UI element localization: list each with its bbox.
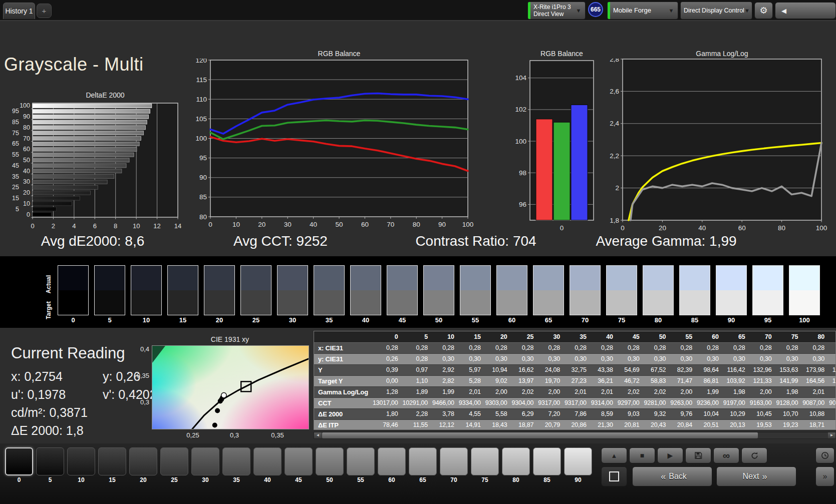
grayscale-swatch-0 bbox=[58, 265, 89, 315]
pattern-patch-button-30[interactable] bbox=[191, 447, 219, 475]
pattern-patch-button-80[interactable] bbox=[502, 447, 530, 475]
svg-text:75: 75 bbox=[12, 130, 19, 137]
meter-dropdown[interactable]: X-Rite i1Pro 3Direct View ▼ bbox=[527, 2, 586, 20]
save-button[interactable] bbox=[685, 447, 711, 463]
svg-text:2: 2 bbox=[52, 222, 55, 230]
play-button[interactable]: ▶ bbox=[657, 447, 683, 463]
pattern-patch-button-0[interactable] bbox=[5, 447, 33, 475]
table-cell: 0,28 bbox=[591, 342, 618, 353]
tab-label: History 1 bbox=[5, 7, 33, 15]
table-cell: 1,97 bbox=[829, 386, 836, 397]
pattern-patch-button-65[interactable] bbox=[409, 447, 437, 475]
continuous-read-button[interactable]: ∞ bbox=[713, 447, 739, 463]
svg-text:2,4: 2,4 bbox=[610, 120, 619, 127]
next-button[interactable]: Next » bbox=[716, 466, 796, 486]
svg-text:80: 80 bbox=[23, 124, 30, 131]
svg-text:2: 2 bbox=[615, 184, 619, 192]
swatch-level-label: 65 bbox=[530, 316, 567, 324]
chevron-down-icon: ▼ bbox=[575, 8, 583, 14]
target-color-sample bbox=[58, 290, 88, 315]
table-cell: 0,30 bbox=[802, 353, 829, 364]
table-corner-cell bbox=[314, 331, 373, 342]
table-cell: 1,98 bbox=[723, 386, 750, 397]
pattern-patch-button-70[interactable] bbox=[440, 447, 468, 475]
svg-text:100: 100 bbox=[195, 135, 207, 142]
play-icon: ▶ bbox=[668, 451, 673, 459]
svg-text:115: 115 bbox=[196, 76, 207, 84]
grayscale-swatch-5 bbox=[94, 265, 125, 315]
svg-text:45: 45 bbox=[12, 162, 19, 169]
scroll-patches-up-button[interactable]: ▲ bbox=[601, 447, 627, 463]
table-row-label: Target Y bbox=[314, 375, 373, 386]
svg-text:0: 0 bbox=[208, 221, 212, 228]
pattern-patch-button-10[interactable] bbox=[67, 447, 95, 475]
pattern-patch-button-25[interactable] bbox=[160, 447, 188, 475]
table-cell: 14,91 bbox=[459, 419, 485, 430]
pattern-patch-button-55[interactable] bbox=[347, 447, 375, 475]
table-cell: 2,00 bbox=[485, 386, 512, 397]
cie-y-tick: 0,4 bbox=[125, 345, 149, 353]
stop-button[interactable]: ■ bbox=[629, 447, 655, 463]
actual-color-sample bbox=[351, 266, 381, 290]
table-cell: 195,91 bbox=[829, 364, 836, 375]
svg-text:60: 60 bbox=[738, 224, 746, 232]
table-cell: 3,78 bbox=[432, 408, 459, 419]
pattern-patch-button-60[interactable] bbox=[378, 447, 406, 475]
pattern-patch-button-75[interactable] bbox=[471, 447, 499, 475]
pattern-patch-button-20[interactable] bbox=[129, 447, 157, 475]
settings-button[interactable]: ⚙ bbox=[754, 2, 773, 19]
table-column-header: 55 bbox=[670, 331, 697, 342]
pattern-patch-button-85[interactable] bbox=[533, 447, 561, 475]
table-cell: 13,97 bbox=[511, 375, 538, 386]
pattern-patch-button-50[interactable] bbox=[316, 447, 344, 475]
loop-button[interactable] bbox=[741, 447, 767, 463]
scroll-right-arrow[interactable]: ► bbox=[828, 432, 835, 438]
table-cell: 9236,00 bbox=[697, 397, 723, 408]
svg-text:15: 15 bbox=[12, 195, 19, 202]
table-cell: 0,30 bbox=[511, 353, 538, 364]
single-pattern-icon bbox=[609, 471, 619, 481]
table-cell: 18,87 bbox=[511, 419, 538, 430]
table-cell: 54,69 bbox=[618, 364, 644, 375]
table-cell: 9297,00 bbox=[618, 397, 644, 408]
back-button[interactable]: « Back bbox=[632, 466, 712, 486]
table-horizontal-scrollbar[interactable]: ◄ ► bbox=[314, 432, 836, 439]
blank-pattern-button[interactable] bbox=[601, 466, 627, 486]
table-cell: 20,84 bbox=[670, 419, 697, 430]
pattern-patch-button-45[interactable] bbox=[285, 447, 313, 475]
measurement-count-badge[interactable]: 665 bbox=[588, 2, 603, 17]
table-cell: 2,02 bbox=[511, 386, 538, 397]
scroll-left-arrow[interactable]: ◄ bbox=[314, 432, 322, 438]
svg-text:35: 35 bbox=[12, 173, 19, 180]
target-color-sample bbox=[680, 290, 710, 315]
pattern-patch-button-40[interactable] bbox=[253, 447, 282, 475]
svg-text:98: 98 bbox=[519, 169, 526, 177]
actual-color-sample bbox=[789, 266, 819, 290]
timer-button[interactable] bbox=[815, 447, 834, 463]
scrollbar-thumb[interactable] bbox=[322, 432, 758, 438]
pattern-patch-button-90[interactable] bbox=[564, 447, 592, 475]
pattern-patch-button-5[interactable] bbox=[36, 447, 64, 475]
collapse-panel-button[interactable]: ◀ bbox=[775, 2, 836, 19]
pattern-patch-button-15[interactable] bbox=[98, 447, 126, 475]
table-cell: 2,00 bbox=[538, 386, 565, 397]
cie-x-tick: 0,3 bbox=[223, 431, 245, 439]
expand-controls-button[interactable]: » bbox=[815, 466, 834, 486]
table-cell: 58,83 bbox=[644, 375, 670, 386]
tab-history-1[interactable]: History 1 bbox=[3, 3, 35, 19]
table-cell: 1,28 bbox=[373, 386, 403, 397]
source-dropdown[interactable]: Mobile Forge ▼ bbox=[607, 2, 678, 20]
swatch-level-label: 100 bbox=[786, 316, 823, 324]
cie-y-tick: 0,35 bbox=[125, 372, 149, 379]
prev-chevrons-icon: « bbox=[661, 471, 666, 482]
add-tab-button[interactable]: + bbox=[37, 4, 52, 18]
actual-color-sample bbox=[168, 266, 198, 290]
grayscale-swatch-60 bbox=[496, 265, 527, 315]
contrast-ratio-stat: Contrast Ratio: 704 bbox=[386, 233, 566, 253]
table-cell: 2,28 bbox=[403, 408, 433, 419]
pattern-patch-button-35[interactable] bbox=[222, 447, 250, 475]
grayscale-swatch-45 bbox=[387, 265, 418, 315]
actual-color-sample bbox=[460, 266, 490, 290]
display-control-dropdown[interactable]: Direct Display Control ▼ bbox=[680, 2, 752, 20]
table-cell: 0,30 bbox=[644, 353, 670, 364]
